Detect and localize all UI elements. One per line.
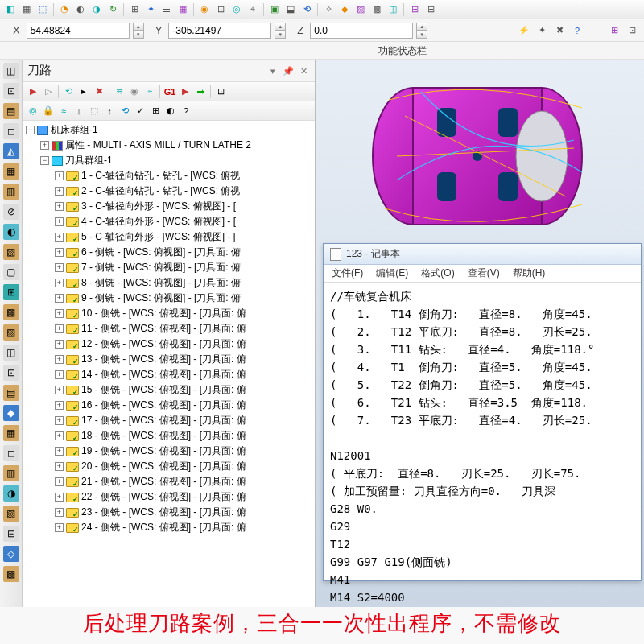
close-icon[interactable]: ✕ [297,64,310,77]
tool-icon[interactable]: ⟲ [299,2,314,17]
tool-icon[interactable]: ⊞ [407,2,422,17]
x-input[interactable] [27,23,130,39]
rail-icon[interactable]: ▢ [3,264,19,280]
ptb-icon[interactable]: ↕ [102,104,117,118]
ptb-icon[interactable]: ⮕ [193,85,208,99]
expander-icon[interactable]: + [55,324,64,333]
tool-icon[interactable]: ▦ [175,2,190,17]
tool-icon[interactable]: ⬚ [35,2,50,17]
rail-icon[interactable]: ▧ [3,244,19,260]
rail-icon[interactable]: ⊡ [3,365,19,381]
ptb-icon[interactable]: ▶ [178,85,192,99]
rail-icon[interactable]: ▦ [3,163,19,180]
cross-icon[interactable]: ✖ [552,23,567,38]
tree-row[interactable]: +14 - 侧铣 - [WCS: 俯视图] - [刀具面: 俯 [23,367,315,382]
expander-icon[interactable]: + [55,202,64,211]
rail-icon[interactable]: ▩ [3,566,19,582]
tool-icon[interactable]: ⊞ [127,2,142,17]
tree-row[interactable]: +9 - 侧铣 - [WCS: 俯视图] - [刀具面: 俯 [23,291,315,306]
tool-icon[interactable]: ☰ [159,2,174,17]
tool-icon[interactable]: ◧ [3,2,18,17]
expander-icon[interactable]: + [55,370,64,379]
rail-icon[interactable]: ▥ [3,184,19,200]
tree-row[interactable]: +17 - 侧铣 - [WCS: 俯视图] - [刀具面: 俯 [23,413,315,428]
tree-row[interactable]: +20 - 侧铣 - [WCS: 俯视图] - [刀具面: 俯 [23,459,315,474]
expander-icon[interactable]: − [40,156,49,165]
expander-icon[interactable]: + [55,217,64,226]
ptb-icon[interactable]: ◉ [127,85,142,99]
tree-row[interactable]: +15 - 侧铣 - [WCS: 俯视图] - [刀具面: 俯 [23,382,315,398]
expander-icon[interactable]: + [55,309,64,318]
rail-icon[interactable]: ◻ [3,445,19,461]
expander-icon[interactable]: + [55,340,64,349]
tree-row[interactable]: +24 - 侧铣 - [WCS: 俯视图] - [刀具面: 俯 [23,520,315,535]
menu-item[interactable]: 帮助(H) [513,266,546,280]
expander-icon[interactable]: − [26,126,35,134]
tree-row[interactable]: +19 - 侧铣 - [WCS: 俯视图] - [刀具面: 俯 [23,444,315,459]
tree-row[interactable]: +12 - 侧铣 - [WCS: 俯视图] - [刀具面: 俯 [23,336,315,352]
tree-row[interactable]: +6 - 侧铣 - [WCS: 俯视图] - [刀具面: 俯 [23,245,315,260]
rail-icon[interactable]: ◇ [3,546,19,562]
ptb-icon[interactable]: ▶ [26,85,40,99]
tool-icon[interactable]: ⊡ [213,2,228,17]
rail-icon[interactable]: ▦ [3,425,19,441]
rail-icon[interactable]: ◆ [3,405,19,421]
ptb-icon[interactable]: ⟲ [61,85,76,99]
rail-icon[interactable]: ▤ [3,385,19,401]
tool-icon[interactable]: ↻ [105,2,120,17]
expander-icon[interactable]: + [55,508,64,517]
rail-icon[interactable]: ▨ [3,324,19,341]
tree-row[interactable]: +1 - C-轴径向钻孔 - 钻孔 - [WCS: 俯视 [23,168,315,184]
pin-icon[interactable]: 📌 [282,64,295,77]
tool-icon[interactable]: ▣ [267,2,282,17]
expander-icon[interactable]: + [55,294,64,303]
z-input[interactable] [310,23,413,39]
tool-icon[interactable]: ◑ [89,2,104,17]
expander-icon[interactable]: + [55,187,64,196]
tree-row[interactable]: +3 - C-轴径向外形 - [WCS: 俯视图] - [ [23,199,315,214]
operation-tree[interactable]: −机床群组-1+属性 - MULTI - AXIS MILL / TURN LA… [23,121,315,607]
menu-item[interactable]: 文件(F) [332,266,363,280]
expander-icon[interactable]: + [55,171,64,180]
menu-item[interactable]: 编辑(E) [376,266,408,280]
tree-row[interactable]: −刀具群组-1 [23,153,315,168]
tree-row[interactable]: +11 - 侧铣 - [WCS: 俯视图] - [刀具面: 俯 [23,321,315,336]
compass-icon[interactable]: ✦ [535,23,549,38]
tool-icon[interactable]: ◉ [197,2,212,17]
expander-icon[interactable]: + [55,523,64,532]
dropdown-icon[interactable]: ▾ [266,64,279,77]
ptb-icon[interactable]: ? [179,104,193,118]
rail-icon[interactable]: ⊟ [3,526,19,542]
rail-icon[interactable]: ◫ [3,345,19,361]
y-input[interactable] [168,23,271,39]
ptb-icon[interactable]: ◎ [26,104,40,118]
tree-row[interactable]: +5 - C-轴径向外形 - [WCS: 俯视图] - [ [23,229,315,245]
tree-row[interactable]: +属性 - MULTI - AXIS MILL / TURN LATHE 2 [23,138,315,153]
tree-row[interactable]: +18 - 侧铣 - [WCS: 俯视图] - [刀具面: 俯 [23,428,315,444]
flash-icon[interactable]: ⚡ [517,23,531,38]
tree-row[interactable]: +22 - 侧铣 - [WCS: 俯视图] - [刀具面: 俯 [23,489,315,505]
notepad-body[interactable]: //车铣复合机床 ( 1. T14 倒角刀: 直径=8. 角度=45. ( 2.… [324,283,641,611]
tree-row[interactable]: +7 - 侧铣 - [WCS: 俯视图] - [刀具面: 俯 [23,260,315,275]
tool-icon[interactable]: ◎ [229,2,244,17]
rail-icon[interactable]: ⊘ [3,204,19,220]
tool-icon[interactable]: ▨ [353,2,368,17]
tree-row[interactable]: +2 - C-轴径向钻孔 - 钻孔 - [WCS: 俯视 [23,184,315,199]
tool-icon[interactable]: ▩ [369,2,384,17]
expander-icon[interactable]: + [55,416,64,425]
viewport[interactable]: 123 - 记事本 文件(F)编辑(E)格式(O)查看(V)帮助(H) //车铣… [316,60,644,607]
ptb-icon[interactable]: ◐ [163,104,178,118]
rail-icon[interactable]: ◭ [3,143,19,159]
expander-icon[interactable]: + [55,431,64,440]
tree-row[interactable]: +8 - 侧铣 - [WCS: 俯视图] - [刀具面: 俯 [23,275,315,291]
ptb-icon[interactable]: ⊡ [213,85,228,99]
ptb-icon[interactable]: ▸ [76,85,91,99]
ptb-icon[interactable]: ✖ [92,85,106,99]
ptb-icon[interactable]: ↓ [72,104,86,118]
rail-icon[interactable]: ◑ [3,485,19,502]
tool-icon[interactable]: ✦ [143,2,158,17]
ptb-icon[interactable]: ≈ [56,104,71,118]
expander-icon[interactable]: + [55,386,64,394]
tool-icon[interactable]: ▦ [19,2,34,17]
tree-row[interactable]: +10 - 侧铣 - [WCS: 俯视图] - [刀具面: 俯 [23,306,315,321]
